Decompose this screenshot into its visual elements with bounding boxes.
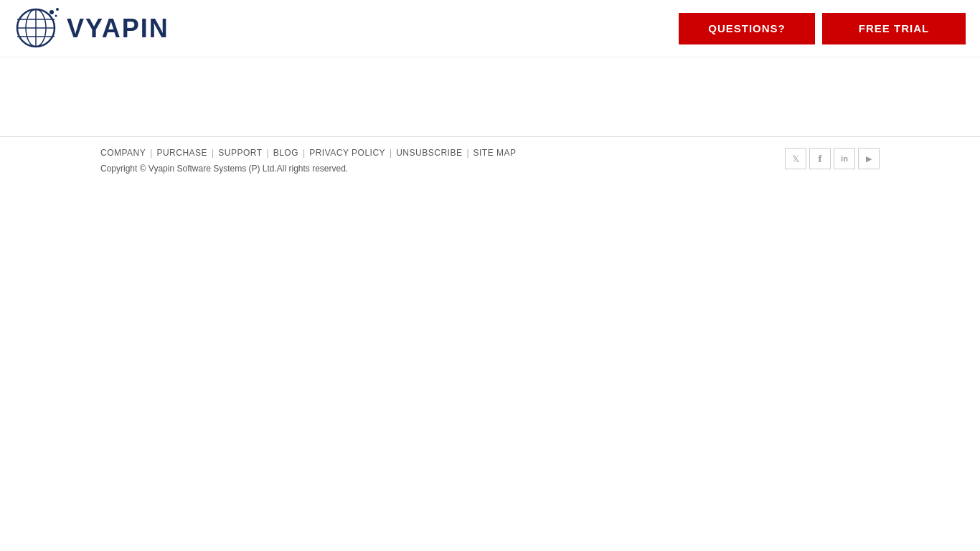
footer-nav-item-site-map[interactable]: SITE MAP (473, 148, 517, 158)
twitter-icon[interactable] (785, 148, 806, 169)
free-trial-button[interactable]: FREE TRIAL (822, 13, 966, 44)
footer-nav-separator: | (303, 148, 305, 158)
footer-nav-item-blog[interactable]: BLOG (273, 148, 298, 158)
svg-point-7 (56, 8, 59, 11)
footer-left: COMPANY|PURCHASE|SUPPORT|BLOG|PRIVACY PO… (100, 148, 517, 174)
header-buttons: QUESTIONS? FREE TRIAL (679, 13, 966, 44)
footer: COMPANY|PURCHASE|SUPPORT|BLOG|PRIVACY PO… (0, 137, 980, 184)
facebook-icon[interactable] (809, 148, 831, 169)
footer-nav-separator: | (390, 148, 392, 158)
footer-nav-separator: | (466, 148, 468, 158)
svg-point-8 (55, 15, 57, 17)
svg-point-6 (50, 10, 54, 14)
vyapin-logo-icon (14, 5, 61, 52)
footer-nav-separator: | (150, 148, 152, 158)
questions-button[interactable]: QUESTIONS? (679, 13, 815, 44)
footer-nav-item-privacy-policy[interactable]: PRIVACY POLICY (309, 148, 385, 158)
logo-text: VYAPIN (67, 14, 169, 44)
footer-nav-separator: | (267, 148, 269, 158)
footer-nav-item-purchase[interactable]: PURCHASE (156, 148, 207, 158)
logo-area: VYAPIN (14, 5, 169, 52)
footer-copyright: Copyright © Vyapin Software Systems (P) … (100, 164, 517, 174)
header: VYAPIN QUESTIONS? FREE TRIAL (0, 0, 980, 57)
main-content (0, 57, 980, 136)
footer-nav-separator: | (212, 148, 214, 158)
footer-nav-item-support[interactable]: SUPPORT (218, 148, 262, 158)
youtube-icon[interactable] (858, 148, 880, 169)
footer-nav: COMPANY|PURCHASE|SUPPORT|BLOG|PRIVACY PO… (100, 148, 517, 158)
linkedin-icon[interactable] (834, 148, 855, 169)
footer-social-icons (785, 148, 880, 169)
footer-nav-item-unsubscribe[interactable]: UNSUBSCRIBE (396, 148, 462, 158)
footer-nav-item-company[interactable]: COMPANY (100, 148, 146, 158)
